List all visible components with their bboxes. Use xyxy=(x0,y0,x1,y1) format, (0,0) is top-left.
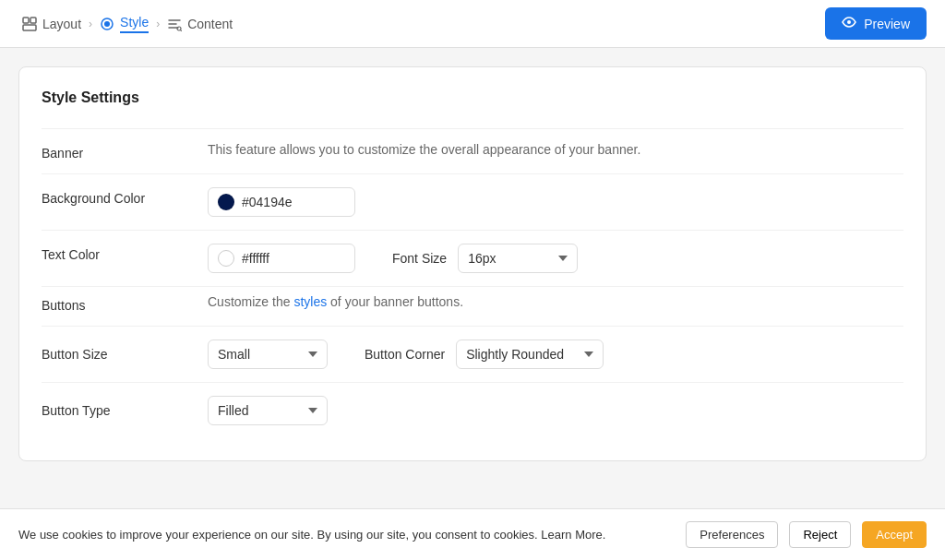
text-color-font-size-row: Text Color #ffffff Font Size 16px 12px 1… xyxy=(42,230,903,286)
banner-description: This feature allows you to customize the… xyxy=(208,142,903,157)
style-label: Style xyxy=(120,15,149,33)
content-icon xyxy=(167,17,182,31)
top-navigation: Layout › Style › Content Previ xyxy=(0,0,945,48)
background-color-label: Background Color xyxy=(42,187,208,206)
button-corner-label: Button Corner xyxy=(365,347,445,362)
text-color-label: Text Color xyxy=(42,244,208,262)
svg-point-4 xyxy=(104,21,110,27)
accept-button[interactable]: Accept xyxy=(862,521,927,548)
button-size-corner-fields: Small Medium Large Button Corner Square … xyxy=(208,340,903,369)
eye-icon xyxy=(842,15,856,32)
text-color-value: #ffffff xyxy=(242,251,269,266)
preview-label: Preview xyxy=(864,17,910,31)
button-type-label: Button Type xyxy=(42,403,208,418)
svg-rect-2 xyxy=(23,25,36,30)
svg-point-5 xyxy=(177,27,181,30)
chevron-icon-1: › xyxy=(89,18,92,30)
layout-label: Layout xyxy=(42,17,81,31)
banner-label: Banner xyxy=(42,142,208,161)
font-size-select[interactable]: 16px 12px 14px 18px 20px xyxy=(458,244,578,273)
font-size-group: Font Size 16px 12px 14px 18px 20px xyxy=(392,244,578,273)
svg-rect-0 xyxy=(23,18,29,23)
buttons-label: Buttons xyxy=(42,294,208,313)
nav-item-style[interactable]: Style xyxy=(96,15,152,33)
button-size-pair: Small Medium Large xyxy=(208,340,328,369)
card-title: Style Settings xyxy=(42,89,903,106)
cookie-banner-text: We use cookies to improve your experienc… xyxy=(18,528,675,542)
preview-button[interactable]: Preview xyxy=(825,7,927,40)
style-settings-card: Style Settings Banner This feature allow… xyxy=(18,66,927,461)
buttons-description: Customize the styles of your banner butt… xyxy=(208,294,903,309)
layout-icon xyxy=(22,17,37,31)
button-type-fields: Filled Outlined Ghost xyxy=(208,396,903,425)
preferences-button[interactable]: Preferences xyxy=(686,521,778,548)
font-size-label: Font Size xyxy=(392,251,447,266)
background-color-row: Background Color #04194e xyxy=(42,173,903,230)
button-size-select[interactable]: Small Medium Large xyxy=(208,340,328,369)
svg-line-6 xyxy=(181,30,183,31)
nav-item-layout[interactable]: Layout xyxy=(18,17,85,31)
reject-button[interactable]: Reject xyxy=(789,521,851,548)
button-size-label: Button Size xyxy=(42,347,208,362)
buttons-description-link[interactable]: styles xyxy=(293,294,327,309)
button-type-select[interactable]: Filled Outlined Ghost xyxy=(208,396,328,425)
button-size-corner-row: Button Size Small Medium Large Button Co… xyxy=(42,326,903,382)
button-type-row: Button Type Filled Outlined Ghost xyxy=(42,382,903,438)
banner-section-row: Banner This feature allows you to custom… xyxy=(42,128,903,173)
svg-point-7 xyxy=(847,20,851,24)
button-corner-select[interactable]: Square Slightly Rounded Rounded Pill xyxy=(456,340,604,369)
button-corner-pair: Button Corner Square Slightly Rounded Ro… xyxy=(365,340,604,369)
text-color-font-fields: #ffffff Font Size 16px 12px 14px 18px 20… xyxy=(208,244,578,273)
background-color-input[interactable]: #04194e xyxy=(208,187,355,217)
content-label: Content xyxy=(187,17,233,31)
text-color-swatch xyxy=(218,250,234,267)
buttons-section-row: Buttons Customize the styles of your ban… xyxy=(42,286,903,326)
text-color-input[interactable]: #ffffff xyxy=(208,244,355,273)
background-color-value: #04194e xyxy=(242,195,293,209)
background-color-swatch xyxy=(218,194,234,210)
svg-rect-1 xyxy=(30,18,36,23)
style-icon xyxy=(100,17,114,31)
chevron-icon-2: › xyxy=(156,18,160,30)
main-content: Style Settings Banner This feature allow… xyxy=(0,48,945,508)
cookie-banner: We use cookies to improve your experienc… xyxy=(0,508,945,560)
nav-item-content[interactable]: Content xyxy=(163,17,236,31)
